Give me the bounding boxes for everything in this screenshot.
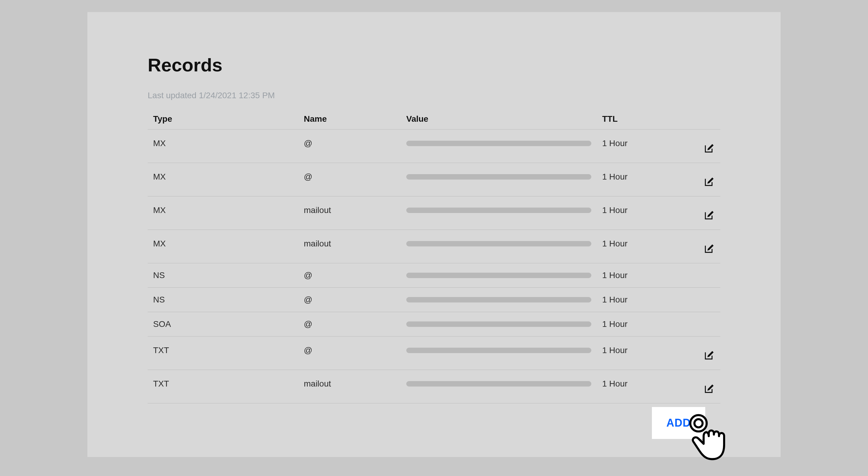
cell-type: MX xyxy=(148,230,299,263)
column-header-edit xyxy=(684,109,720,130)
cell-type: SOA xyxy=(148,312,299,337)
edit-button[interactable] xyxy=(704,210,715,221)
table-row: SOA@1 Hour xyxy=(148,312,720,337)
cell-value xyxy=(401,312,597,337)
edit-button[interactable] xyxy=(704,142,715,154)
edit-button[interactable] xyxy=(704,243,715,254)
cell-actions xyxy=(684,196,720,230)
table-row: TXT@1 Hour xyxy=(148,337,720,370)
column-header-type: Type xyxy=(148,109,299,130)
cell-name: @ xyxy=(299,337,401,370)
cell-value xyxy=(401,230,597,263)
column-header-value: Value xyxy=(401,109,597,130)
cell-ttl: 1 Hour xyxy=(597,337,684,370)
redacted-value-bar xyxy=(406,141,591,146)
edit-button[interactable] xyxy=(704,383,715,394)
cell-actions xyxy=(684,130,720,163)
records-card: Records Last updated 1/24/2021 12:35 PM … xyxy=(87,12,781,457)
edit-button[interactable] xyxy=(704,176,715,187)
add-button[interactable]: ADD xyxy=(652,407,705,439)
redacted-value-bar xyxy=(406,208,591,213)
cell-ttl: 1 Hour xyxy=(597,263,684,288)
cell-actions xyxy=(684,230,720,263)
cell-ttl: 1 Hour xyxy=(597,196,684,230)
cell-ttl: 1 Hour xyxy=(597,370,684,403)
column-header-name: Name xyxy=(299,109,401,130)
cell-value xyxy=(401,337,597,370)
cell-value xyxy=(401,163,597,196)
edit-icon xyxy=(704,176,715,187)
edit-icon xyxy=(704,210,715,221)
records-table: Type Name Value TTL MX@1 HourMX@1 HourMX… xyxy=(148,109,720,403)
cell-type: MX xyxy=(148,196,299,230)
cell-value xyxy=(401,263,597,288)
table-row: MXmailout1 Hour xyxy=(148,196,720,230)
cell-type: TXT xyxy=(148,337,299,370)
cell-name: @ xyxy=(299,130,401,163)
cell-ttl: 1 Hour xyxy=(597,312,684,337)
edit-icon xyxy=(704,243,715,254)
cell-value xyxy=(401,370,597,403)
redacted-value-bar xyxy=(406,241,591,247)
cell-value xyxy=(401,130,597,163)
cell-ttl: 1 Hour xyxy=(597,163,684,196)
cell-name: mailout xyxy=(299,196,401,230)
redacted-value-bar xyxy=(406,321,591,327)
cell-value xyxy=(401,196,597,230)
cell-actions xyxy=(684,370,720,403)
cell-ttl: 1 Hour xyxy=(597,288,684,312)
table-row: MXmailout1 Hour xyxy=(148,230,720,263)
cell-name: mailout xyxy=(299,230,401,263)
edit-icon xyxy=(704,142,715,154)
edit-icon xyxy=(704,383,715,394)
table-header-row: Type Name Value TTL xyxy=(148,109,720,130)
cell-type: MX xyxy=(148,130,299,163)
redacted-value-bar xyxy=(406,348,591,353)
cell-name: @ xyxy=(299,288,401,312)
cell-type: MX xyxy=(148,163,299,196)
cell-name: @ xyxy=(299,312,401,337)
cell-name: @ xyxy=(299,163,401,196)
cell-ttl: 1 Hour xyxy=(597,230,684,263)
column-header-ttl: TTL xyxy=(597,109,684,130)
edit-icon xyxy=(704,349,715,361)
cell-type: TXT xyxy=(148,370,299,403)
cell-name: @ xyxy=(299,263,401,288)
cell-ttl: 1 Hour xyxy=(597,130,684,163)
cell-actions xyxy=(684,312,720,337)
table-row: TXTmailout1 Hour xyxy=(148,370,720,403)
last-updated-text: Last updated 1/24/2021 12:35 PM xyxy=(148,91,720,100)
redacted-value-bar xyxy=(406,273,591,278)
table-row: MX@1 Hour xyxy=(148,130,720,163)
table-row: MX@1 Hour xyxy=(148,163,720,196)
table-row: NS@1 Hour xyxy=(148,263,720,288)
redacted-value-bar xyxy=(406,297,591,303)
cell-actions xyxy=(684,163,720,196)
cell-actions xyxy=(684,337,720,370)
page-title: Records xyxy=(148,54,720,75)
add-button-container: ADD xyxy=(148,407,720,439)
cell-type: NS xyxy=(148,263,299,288)
cell-type: NS xyxy=(148,288,299,312)
cell-value xyxy=(401,288,597,312)
cell-name: mailout xyxy=(299,370,401,403)
cell-actions xyxy=(684,263,720,288)
redacted-value-bar xyxy=(406,381,591,386)
edit-button[interactable] xyxy=(704,349,715,361)
cell-actions xyxy=(684,288,720,312)
redacted-value-bar xyxy=(406,174,591,180)
table-row: NS@1 Hour xyxy=(148,288,720,312)
